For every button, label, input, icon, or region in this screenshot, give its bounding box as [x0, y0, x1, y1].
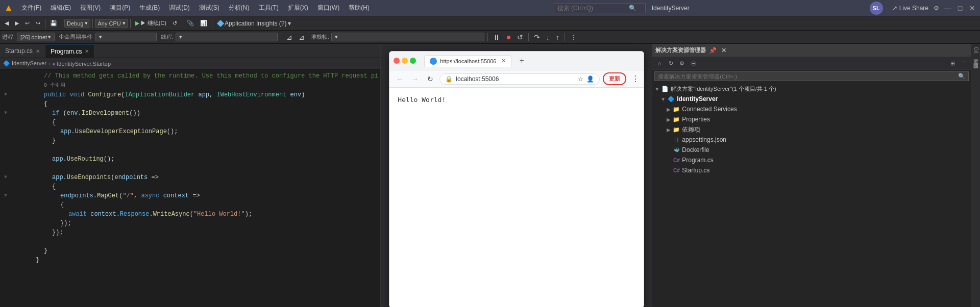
stop-btn[interactable]: ■ [504, 33, 512, 42]
menu-help[interactable]: 帮助(H) [345, 3, 374, 13]
minimize-button[interactable]: — [944, 5, 951, 12]
more-debug-btn[interactable]: ⋮ [568, 33, 579, 42]
se-home-btn[interactable]: ⌂ [654, 58, 665, 68]
user-avatar[interactable]: SL [870, 2, 883, 15]
pause-btn[interactable]: ⏸ [491, 33, 502, 42]
performance-btn[interactable]: 📊 [198, 19, 210, 28]
se-properties[interactable]: ▶ 📁 Properties [652, 114, 971, 124]
menu-bar: 文件(F) 编辑(E) 视图(V) 项目(P) 生成(B) 调试(D) 测试(S… [17, 3, 374, 13]
toolbar-save-all[interactable]: 💾 [47, 19, 60, 28]
browser-window: 🌐 https://localhost:55006 ✕ + ← → ↻ 🔒 lo… [389, 51, 644, 307]
browser-tab[interactable]: 🌐 https://localhost:55006 ✕ [424, 55, 511, 67]
menu-test[interactable]: 测试(S) [195, 3, 224, 13]
title-search[interactable]: 🔍 [554, 3, 646, 13]
application-insights-button[interactable]: Application Insights (?) ▾ [214, 18, 295, 29]
live-share-button[interactable]: ↗ Live Share [892, 5, 928, 12]
breadcrumb-class: ♦ IdentityServer.Startup [53, 61, 111, 67]
update-button[interactable]: 更新 [603, 72, 626, 85]
se-solution-label: 解决方案"IdentityServer"(1 个项目/共 1 个) [671, 85, 776, 93]
lifecycle-dropdown[interactable]: ▾ [95, 33, 157, 41]
restart-button[interactable]: ↺ [170, 19, 180, 28]
se-project[interactable]: ▼ 🔷 IdentityServer [652, 94, 971, 104]
startup-tab-label: Startup.cs [5, 47, 33, 55]
menu-edit[interactable]: 编辑(E) [46, 3, 75, 13]
tab-startup[interactable]: Startup.cs ✕ [0, 44, 45, 58]
toolbar-back[interactable]: ◀ [2, 19, 11, 28]
step-into-btn[interactable]: ↓ [544, 33, 552, 42]
toolbar-forward[interactable]: ▶ [12, 19, 21, 28]
se-pin-btn[interactable]: 📌 [708, 46, 717, 55]
se-search[interactable]: 🔍 [654, 71, 969, 81]
side-tool-team[interactable]: 团队资源 [971, 58, 981, 60]
se-more-btn[interactable]: ⋮ [959, 58, 969, 68]
menu-debug[interactable]: 调试(D) [165, 3, 194, 13]
menu-analyze[interactable]: 分析(N) [225, 3, 254, 13]
address-bar[interactable]: 🔒 localhost:55006 ☆ 👤 [439, 73, 600, 85]
menu-tools[interactable]: 工具(T) [255, 3, 283, 13]
restart-debug-btn[interactable]: ↺ [515, 33, 525, 42]
debug-sep1 [281, 33, 281, 41]
browser-favicon: 🌐 [430, 58, 437, 65]
se-dependencies[interactable]: ▶ 📁 依赖项 [652, 124, 971, 135]
cpu-label: Any CPU [97, 20, 120, 27]
settings-icon[interactable]: ⚙ [934, 5, 939, 12]
debug-sep2 [487, 33, 488, 41]
bookmark-icon[interactable]: ☆ [578, 75, 583, 83]
se-deps-label: 依赖项 [682, 125, 700, 134]
se-appsettings[interactable]: ▶ { } appsettings.json [652, 135, 971, 145]
props-arrow: ▶ [667, 117, 671, 122]
editor-area: Startup.cs ✕ Program.cs ✕ 🔷 IdentityServ… [0, 44, 381, 307]
toolbar-undo[interactable]: ↩ [22, 19, 32, 28]
program-tab-close[interactable]: ✕ [85, 48, 89, 54]
more-button[interactable]: ⋮ [631, 74, 640, 84]
menu-view[interactable]: 视图(V) [76, 3, 105, 13]
menu-project[interactable]: 项目(P) [106, 3, 134, 13]
se-search-input[interactable] [658, 73, 956, 80]
continue-button[interactable]: ▶ ▶ 继续(C) [133, 18, 169, 28]
code-editor: // This method gets called by the runtim… [0, 69, 380, 307]
se-solution[interactable]: ▼ 📄 解决方案"IdentityServer"(1 个项目/共 1 个) [652, 84, 971, 94]
se-program-cs[interactable]: ▶ C# Program.cs [652, 155, 971, 165]
user-icon[interactable]: 👤 [586, 75, 594, 83]
se-split-btn[interactable]: ⊞ [947, 58, 958, 68]
browser-new-tab[interactable]: + [516, 55, 528, 67]
menu-build[interactable]: 生成(B) [135, 3, 164, 13]
browser-maximize[interactable] [410, 58, 416, 64]
menu-extensions[interactable]: 扩展(X) [284, 3, 312, 13]
se-settings-btn[interactable]: ⚙ [677, 58, 687, 68]
thread-dropdown[interactable]: ▾ [176, 33, 278, 41]
props-icon: 📁 [673, 116, 680, 123]
browser-minimize[interactable] [402, 58, 408, 64]
startup-tab-close[interactable]: ✕ [36, 48, 40, 54]
menu-window[interactable]: 窗口(W) [313, 3, 344, 13]
nav-back[interactable]: ← [394, 73, 406, 85]
se-dockerfile[interactable]: ▶ 🐳 Dockerfile [652, 145, 971, 155]
code-line: } [0, 255, 380, 265]
side-tool-git[interactable]: Git 更改 [971, 46, 981, 56]
code-line: // This method gets called by the runtim… [0, 71, 380, 81]
code-line: { [0, 200, 380, 210]
menu-file[interactable]: 文件(F) [17, 3, 45, 13]
se-startup-cs[interactable]: ▶ C# Startup.cs [652, 165, 971, 175]
maximize-button[interactable]: □ [957, 5, 964, 12]
se-connected-services[interactable]: ▶ 📁 Connected Services [652, 104, 971, 114]
attach-process[interactable]: 📎 [184, 19, 197, 28]
nav-forward[interactable]: → [409, 73, 421, 85]
search-input[interactable] [557, 5, 629, 12]
se-close-btn[interactable]: ✕ [719, 46, 728, 55]
browser-tab-close[interactable]: ✕ [501, 58, 506, 64]
debug-mode-dropdown[interactable]: Debug ▾ [64, 19, 90, 28]
se-collapse-btn[interactable]: ⊟ [688, 58, 698, 68]
close-button[interactable]: ✕ [969, 5, 976, 12]
browser-close[interactable] [394, 58, 400, 64]
stack-dropdown[interactable]: ▾ [331, 33, 484, 41]
toolbar: ◀ ▶ ↩ ↪ 💾 Debug ▾ Any CPU ▾ ▶ ▶ 继续(C) ↺ … [0, 16, 980, 31]
cpu-dropdown[interactable]: Any CPU ▾ [95, 19, 128, 28]
tab-program[interactable]: Program.cs ✕ [45, 44, 94, 58]
se-refresh-btn[interactable]: ↻ [666, 58, 676, 68]
process-dropdown[interactable]: [26] dotnet ▾ [17, 33, 55, 41]
nav-refresh[interactable]: ↻ [424, 73, 436, 85]
step-out-btn[interactable]: ↑ [554, 33, 561, 42]
toolbar-redo[interactable]: ↪ [33, 19, 43, 28]
step-over-btn[interactable]: ↷ [532, 33, 542, 42]
